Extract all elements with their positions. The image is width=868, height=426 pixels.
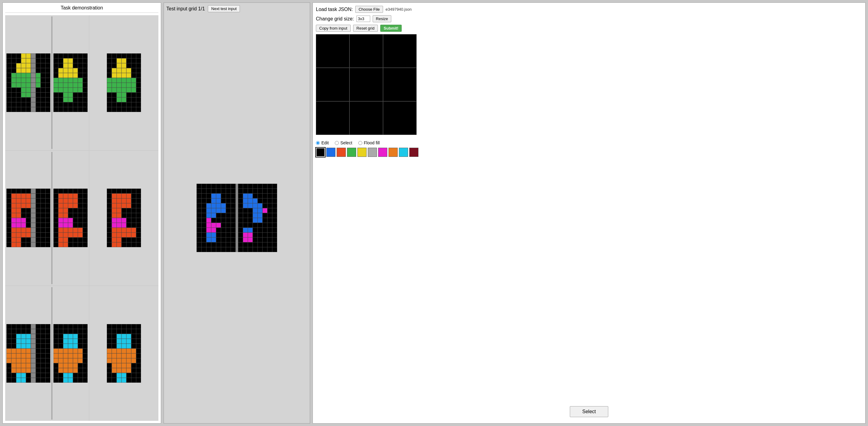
load-json-row: Load task JSON: Choose File e3497940.jso… <box>316 6 862 13</box>
demo-canvas-3-output <box>54 324 88 383</box>
color-palette <box>316 148 862 157</box>
filename-display: e3497940.json <box>385 7 411 11</box>
middle-header: Test input grid 1/1 Next test input <box>166 5 307 12</box>
grid-size-row: Change grid size: Resize <box>316 15 862 22</box>
mode-selector-row: Edit Select Flood fill <box>316 141 862 145</box>
demo-input-2b <box>91 152 157 284</box>
demo-input-3 <box>6 287 50 420</box>
demo-pair-3 <box>5 286 89 421</box>
demo-canvas-1-output <box>54 53 88 112</box>
demo-pair-3b <box>89 286 158 421</box>
demo-grid-container <box>5 15 158 421</box>
demo-input-2 <box>6 152 50 284</box>
demo-canvas-1-input <box>6 53 50 112</box>
demo-canvas-2-input <box>6 189 50 247</box>
color-blue[interactable] <box>326 148 335 157</box>
mode-edit-label: Edit <box>321 141 329 145</box>
select-button[interactable]: Select <box>570 406 608 417</box>
demo-pair-2 <box>5 151 89 285</box>
right-panel: Load task JSON: Choose File e3497940.jso… <box>313 2 866 424</box>
demo-pair-1b <box>89 15 158 150</box>
load-json-label: Load task JSON: <box>316 7 353 12</box>
mode-flood[interactable]: Flood fill <box>358 141 380 145</box>
demo-output-2 <box>54 152 88 284</box>
test-input-canvas <box>196 184 277 252</box>
left-panel: Task demonstration <box>2 2 161 424</box>
demo-separator-1 <box>51 17 53 149</box>
middle-panel: Test input grid 1/1 Next test input <box>163 2 310 424</box>
demo-pair-2b <box>89 151 158 285</box>
test-input-area <box>166 14 307 421</box>
output-grid-canvas[interactable] <box>316 34 416 135</box>
demo-input-1 <box>6 17 50 149</box>
demo-canvas-3-input <box>6 324 50 383</box>
color-gray[interactable] <box>368 148 377 157</box>
middle-title: Test input grid 1/1 <box>166 6 205 11</box>
demo-canvas-1b-input <box>107 53 141 112</box>
demo-output-1 <box>54 17 88 149</box>
demo-output-3 <box>54 287 88 420</box>
color-red[interactable] <box>337 148 346 157</box>
output-grid-container <box>316 34 862 138</box>
mode-edit[interactable]: Edit <box>316 141 329 145</box>
next-test-input-button[interactable]: Next test input <box>208 5 240 12</box>
mode-edit-radio[interactable] <box>316 141 320 145</box>
mode-select[interactable]: Select <box>335 141 352 145</box>
demo-input-3b <box>91 287 157 420</box>
color-magenta[interactable] <box>378 148 387 157</box>
color-orange[interactable] <box>389 148 398 157</box>
demo-separator-3 <box>51 287 53 420</box>
resize-button[interactable]: Resize <box>373 15 392 22</box>
demo-pair-1 <box>5 15 89 150</box>
demo-canvas-2-output <box>54 189 88 247</box>
color-green[interactable] <box>347 148 356 157</box>
grid-size-input[interactable] <box>356 16 370 22</box>
reset-grid-button[interactable]: Reset grid <box>353 25 378 32</box>
mode-select-radio[interactable] <box>335 141 339 145</box>
color-dark-red[interactable] <box>409 148 418 157</box>
demo-canvas-3b-input <box>107 324 141 383</box>
demo-input-1b <box>91 17 157 149</box>
submit-button[interactable]: Submit! <box>380 25 402 32</box>
color-black[interactable] <box>316 148 325 157</box>
select-btn-area: Select <box>316 403 862 420</box>
action-buttons-row: Copy from input Reset grid Submit! <box>316 25 862 32</box>
mode-flood-radio[interactable] <box>358 141 362 145</box>
demo-canvas-2b-input <box>107 189 141 247</box>
copy-from-input-button[interactable]: Copy from input <box>316 25 351 32</box>
color-light-blue[interactable] <box>399 148 408 157</box>
mode-flood-label: Flood fill <box>364 141 380 145</box>
mode-select-label: Select <box>340 141 352 145</box>
demo-separator-2 <box>51 152 53 284</box>
left-panel-title: Task demonstration <box>5 5 158 13</box>
grid-size-label: Change grid size: <box>316 16 354 22</box>
choose-file-button[interactable]: Choose File <box>355 6 383 13</box>
color-yellow[interactable] <box>358 148 367 157</box>
